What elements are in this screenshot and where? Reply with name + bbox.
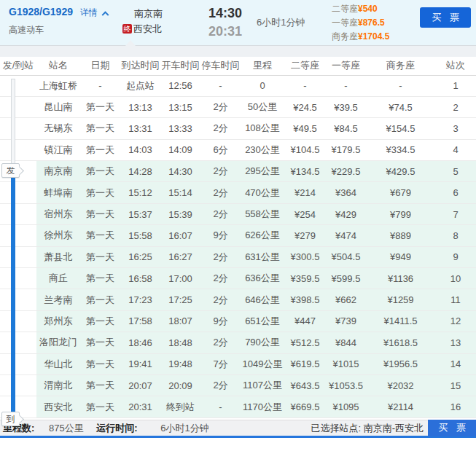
price-class-value: ¥540 <box>358 4 378 14</box>
route-from-station: 南京南 <box>122 6 163 21</box>
date: 第一天 <box>80 203 120 224</box>
timeline-gutter <box>0 332 36 353</box>
table-row[interactable]: 商丘第一天16:5817:002分636公里¥359.5¥599.5¥11361… <box>0 268 476 289</box>
stop-duration: 2分 <box>200 289 241 310</box>
table-row[interactable]: 洛阳龙门第一天18:4618:482分790公里¥512.5¥844¥1618.… <box>0 332 476 353</box>
price-first-class: ¥1053.5 <box>326 374 366 396</box>
table-row[interactable]: 华山北第一天19:4119:487分1049公里¥619.5¥1015¥1956… <box>0 353 476 374</box>
price-class-value: ¥876.5 <box>358 17 385 28</box>
train-detail-panel: G1928/G1929 详情 高速动车 南京南 终西安北 14:30 20:31… <box>0 0 476 451</box>
table-row[interactable]: 无锡东第一天13:3113:332分108公里¥49.5¥84.5¥154.53 <box>0 118 476 139</box>
price-line: 二等座¥540 <box>332 2 389 16</box>
arrive-marker-badge: 到 <box>1 412 20 426</box>
mileage: 646公里 <box>241 289 284 310</box>
mileage: 651公里 <box>241 310 284 332</box>
price-second-class: ¥254 <box>284 203 326 224</box>
arrive-time: 16:25 <box>120 246 160 267</box>
depart-time: 17:00 <box>160 268 200 289</box>
column-header: 二等座 <box>284 57 326 75</box>
arrive-time: 16:58 <box>120 268 160 289</box>
stop-duration: - <box>200 396 241 417</box>
price-list: 二等座¥540一等座¥876.5商务座¥1704.5 <box>332 2 389 44</box>
arrive-time: 20:07 <box>120 374 160 396</box>
station-timetable: 发/到站站名日期到达时间开车时间停车时间里程二等座一等座商务座站次 上海虹桥-起… <box>0 57 476 418</box>
panel-gap-band <box>0 45 476 57</box>
stop-duration: 2分 <box>200 161 241 182</box>
station-name: 兰考南 <box>36 289 80 310</box>
table-row[interactable]: 蚌埠南第一天15:1215:142分470公里¥214¥364¥6796 <box>0 182 476 203</box>
price-second-class: ¥134.5 <box>284 161 326 182</box>
timeline-gutter <box>0 118 36 139</box>
chevron-up-icon[interactable] <box>101 11 109 18</box>
table-row[interactable]: 宿州东第一天15:3715:392分558公里¥254¥429¥7997 <box>0 203 476 224</box>
buy-ticket-button-top[interactable]: 买 票 <box>420 7 471 28</box>
summary-footer-bar: 里程数: 875公里 运行时间: 6小时1分钟 已选择站点: 南京南-西安北 买… <box>0 420 476 436</box>
table-row[interactable]: 徐州东第一天15:5816:079分626公里¥279¥474¥8898 <box>0 225 476 246</box>
mileage-value: 875公里 <box>49 423 84 434</box>
stop-duration: 2分 <box>200 332 241 353</box>
depart-time: 13:33 <box>160 118 200 139</box>
station-name: 渭南北 <box>36 374 80 396</box>
terminal-station-badge: 终 <box>122 24 132 34</box>
table-header-row: 发/到站站名日期到达时间开车时间停车时间里程二等座一等座商务座站次 <box>0 57 476 75</box>
price-first-class: ¥504.5 <box>326 246 366 267</box>
station-number: 9 <box>435 246 476 267</box>
table-row[interactable]: 渭南北第一天20:0720:092分1107公里¥643.5¥1053.5¥20… <box>0 374 476 396</box>
depart-marker-badge: 发 <box>1 163 20 178</box>
mileage: 626公里 <box>241 225 284 246</box>
stop-duration: 9分 <box>200 225 241 246</box>
price-business-class: ¥334.5 <box>366 139 435 160</box>
timeline-gutter <box>0 268 36 289</box>
station-table-body: 上海虹桥-起点站12:56-0---1昆山南第一天13:1313:152分50公… <box>0 75 476 417</box>
table-row[interactable]: 昆山南第一天13:1313:152分50公里¥24.5¥39.5¥74.52 <box>0 96 476 117</box>
station-number: 6 <box>435 182 476 203</box>
stop-duration: 7分 <box>200 353 241 374</box>
column-header: 发/到站 <box>0 57 36 75</box>
mileage: 470公里 <box>241 182 284 203</box>
price-first-class: ¥364 <box>326 182 366 203</box>
stop-duration: 2分 <box>200 246 241 267</box>
table-row[interactable]: 西安北第一天20:31终到站-1170公里¥669.5¥1095¥211416 <box>0 396 476 417</box>
depart-time: 14:09 <box>160 139 200 160</box>
panel-notch <box>125 40 136 46</box>
price-first-class: ¥1015 <box>326 353 366 374</box>
station-number: 13 <box>435 332 476 353</box>
price-business-class: ¥799 <box>366 203 435 224</box>
arrive-time: 15:58 <box>120 225 160 246</box>
price-second-class: ¥619.5 <box>284 353 326 374</box>
column-header: 一等座 <box>326 57 366 75</box>
table-row[interactable]: 南京南第一天14:2814:302分295公里¥134.5¥229.5¥429.… <box>0 161 476 182</box>
train-number[interactable]: G1928/G1929 <box>9 6 73 17</box>
timeline-gutter <box>0 374 36 396</box>
price-first-class: ¥179.5 <box>326 139 366 160</box>
runtime-label: 运行时间: <box>96 423 137 434</box>
timeline-gutter <box>0 203 36 224</box>
detail-toggle-link[interactable]: 详情 <box>80 7 98 17</box>
route-stations: 南京南 终西安北 <box>122 6 163 36</box>
price-business-class: ¥154.5 <box>366 118 435 139</box>
table-row[interactable]: 郑州东第一天17:5818:079分651公里¥447¥739¥1411.512 <box>0 310 476 332</box>
date: 第一天 <box>80 289 120 310</box>
station-number: 5 <box>435 161 476 182</box>
price-line: 商务座¥1704.5 <box>332 30 389 44</box>
table-row[interactable]: 上海虹桥-起点站12:56-0---1 <box>0 75 476 96</box>
stop-duration: 2分 <box>200 268 241 289</box>
date: 第一天 <box>80 396 120 417</box>
train-type-label: 高速动车 <box>9 24 108 36</box>
price-business-class: ¥74.5 <box>366 96 435 117</box>
table-row[interactable]: 萧县北第一天16:2516:272分631公里¥300.5¥504.5¥9499 <box>0 246 476 267</box>
depart-time: 15:14 <box>160 182 200 203</box>
table-row[interactable]: 镇江南第一天14:0314:096分230公里¥104.5¥179.5¥334.… <box>0 139 476 160</box>
mileage: 230公里 <box>241 139 284 160</box>
station-name: 商丘 <box>36 268 80 289</box>
date: 第一天 <box>80 268 120 289</box>
price-second-class: ¥279 <box>284 225 326 246</box>
station-number: 2 <box>435 96 476 117</box>
table-row[interactable]: 兰考南第一天17:2317:252分646公里¥398.5¥662¥125911 <box>0 289 476 310</box>
station-name: 萧县北 <box>36 246 80 267</box>
station-name: 郑州东 <box>36 310 80 332</box>
price-second-class: ¥669.5 <box>284 396 326 417</box>
station-name: 南京南 <box>36 161 80 182</box>
column-header: 到达时间 <box>120 57 160 75</box>
buy-ticket-button-bottom[interactable]: 买 票 <box>428 420 476 436</box>
